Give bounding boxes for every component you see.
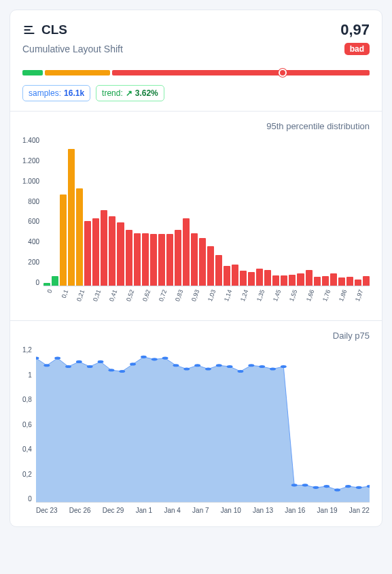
bar	[101, 210, 107, 286]
bar	[76, 188, 83, 286]
svg-point-26	[281, 365, 287, 368]
line-y-tick: 0,4	[22, 445, 32, 453]
svg-point-8	[87, 365, 93, 368]
title-row: CLS 0,97	[22, 21, 370, 39]
distribution-chart: 1.4001.2001.0008006004002000 00,10,210,3…	[22, 137, 370, 308]
bar	[142, 233, 149, 286]
cls-icon	[22, 23, 36, 37]
bar	[224, 266, 230, 286]
status-badge: bad	[344, 43, 370, 55]
bar	[109, 216, 115, 286]
threshold-mid-segment	[45, 70, 110, 75]
bar	[355, 280, 361, 286]
line-x-tick: Dec 29	[103, 507, 124, 514]
svg-point-34	[367, 485, 370, 488]
trend-chip[interactable]: trend: ↗ 3.62%	[96, 85, 164, 101]
bar	[158, 234, 165, 286]
bar	[84, 221, 91, 286]
bar	[92, 218, 99, 286]
svg-point-32	[345, 485, 351, 488]
bar-y-tick: 200	[28, 258, 39, 266]
line-x-tick: Jan 22	[349, 507, 370, 514]
trend-value: 3.62%	[135, 88, 158, 98]
samples-chip[interactable]: samples: 16.1k	[22, 85, 90, 101]
bar	[215, 255, 222, 286]
bar	[264, 270, 271, 286]
line-points-svg	[36, 346, 370, 502]
svg-point-25	[270, 367, 276, 370]
svg-point-6	[65, 365, 71, 368]
line-plot-wrap: Dec 23Dec 26Dec 29Jan 1Jan 4Jan 7Jan 10J…	[36, 346, 370, 514]
bar-y-tick: 1.200	[22, 157, 39, 165]
bar	[60, 195, 67, 286]
svg-point-14	[152, 358, 158, 360]
svg-point-24	[259, 365, 265, 368]
daily-section: Daily p75 1,210,80,60,40,20 Dec 23Dec 26…	[10, 320, 382, 526]
line-plot	[36, 346, 370, 503]
bar	[363, 276, 370, 286]
bar-y-tick: 1.400	[22, 137, 39, 144]
bar-y-tick: 1.000	[22, 178, 39, 185]
bar-y-tick: 600	[28, 218, 39, 225]
bar	[330, 273, 337, 286]
trend-label: trend:	[102, 88, 123, 98]
svg-point-31	[334, 488, 340, 491]
svg-point-11	[119, 370, 125, 373]
svg-point-16	[173, 364, 179, 367]
line-x-tick: Jan 7	[192, 507, 209, 514]
subtitle-row: Cumulative Layout Shift bad	[22, 43, 370, 55]
svg-point-17	[183, 367, 190, 370]
distribution-title: 95th percentile distribution	[22, 121, 370, 131]
bar	[207, 246, 214, 286]
bar-y-tick: 800	[28, 198, 39, 205]
samples-value: 16.1k	[64, 88, 84, 98]
svg-point-28	[302, 484, 308, 486]
bar	[199, 238, 206, 286]
line-y-tick: 1	[28, 371, 32, 379]
trend-up-icon: ↗	[126, 88, 132, 98]
bar	[338, 277, 345, 286]
bar	[166, 234, 173, 286]
threshold-good-segment	[22, 70, 43, 75]
metric-long-name: Cumulative Layout Shift	[22, 44, 123, 54]
svg-point-9	[98, 360, 104, 363]
metric-short-name: CLS	[41, 22, 67, 37]
line-x-axis: Dec 23Dec 26Dec 29Jan 1Jan 4Jan 7Jan 10J…	[36, 507, 370, 514]
daily-title: Daily p75	[22, 331, 370, 341]
title-left: CLS	[22, 22, 67, 37]
bar	[256, 269, 263, 286]
line-x-tick: Jan 1	[136, 507, 152, 514]
svg-point-30	[323, 485, 329, 488]
svg-point-15	[162, 357, 168, 360]
line-y-tick: 1,2	[22, 346, 32, 354]
svg-point-22	[237, 370, 243, 373]
svg-point-3	[36, 357, 39, 360]
threshold-marker	[279, 69, 287, 77]
svg-point-12	[130, 362, 136, 365]
bar-plot-wrap: 00,10,210,310,410,520,620,720,830,931,03…	[43, 137, 370, 308]
line-y-tick: 0,2	[22, 471, 32, 478]
line-x-tick: Jan 16	[285, 507, 305, 514]
bar	[346, 277, 353, 286]
bar	[297, 273, 304, 286]
bar	[306, 270, 313, 286]
bar	[43, 283, 50, 286]
bar	[289, 275, 296, 286]
samples-label: samples:	[29, 88, 61, 98]
bar	[117, 222, 124, 286]
bar	[150, 234, 157, 286]
line-x-tick: Jan 4	[164, 507, 180, 514]
line-x-tick: Jan 10	[221, 507, 241, 514]
bar	[52, 276, 58, 286]
svg-point-20	[216, 364, 222, 367]
svg-point-29	[313, 486, 319, 489]
bar-x-axis: 00,10,210,310,410,520,620,720,830,931,03…	[43, 289, 370, 308]
bar-plot	[43, 137, 370, 286]
svg-point-23	[248, 364, 254, 367]
svg-point-27	[291, 484, 298, 486]
line-x-tick: Jan 19	[317, 507, 338, 514]
svg-point-18	[194, 364, 200, 367]
threshold-bad-segment	[112, 70, 370, 75]
svg-point-21	[227, 365, 233, 368]
bar	[248, 272, 255, 286]
